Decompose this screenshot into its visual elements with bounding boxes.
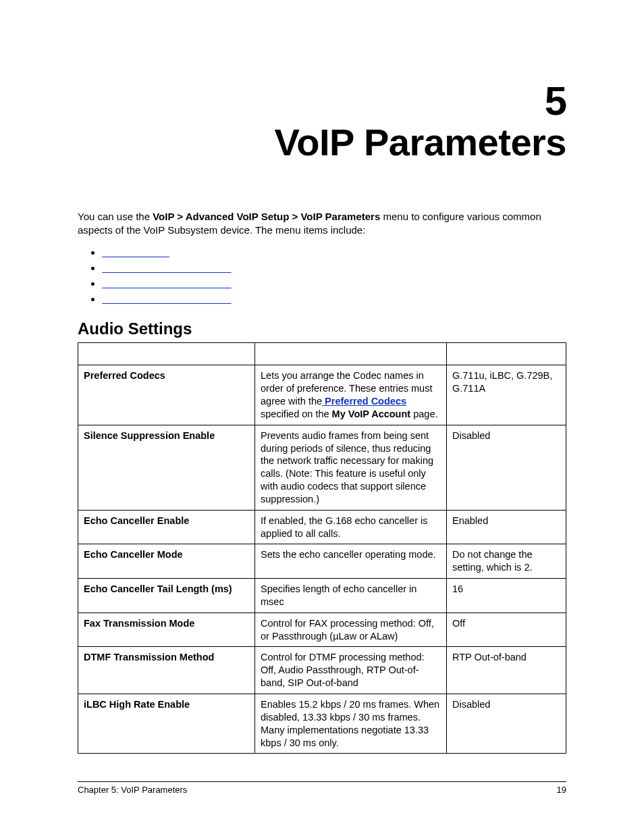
param-name: Preferred Codecs	[78, 365, 255, 425]
param-name: iLBC High Rate Enable	[78, 694, 255, 754]
param-description: Control for DTMF processing method: Off,…	[255, 647, 447, 694]
table-row: iLBC High Rate Enable Enables 15.2 kbps …	[78, 694, 566, 754]
table-row: Echo Canceller Mode Sets the echo cancel…	[78, 544, 566, 579]
intro-text-pre: You can use the	[78, 211, 153, 222]
param-default: Do not change the setting, which is 2.	[447, 544, 566, 579]
toc-link-1[interactable]	[102, 246, 169, 258]
table-header-cell	[447, 343, 566, 365]
table-row: Echo Canceller Tail Length (ms) Specifie…	[78, 579, 566, 613]
toc-item	[102, 246, 566, 258]
page-footer: Chapter 5: VoIP Parameters 19	[78, 781, 566, 795]
param-description: Sets the echo canceller operating mode.	[255, 544, 447, 579]
desc-text: specified on the	[261, 409, 332, 419]
table-header-cell	[255, 343, 447, 365]
param-description: Prevents audio frames from being sent du…	[255, 425, 447, 510]
toc-link-2[interactable]	[102, 262, 232, 273]
chapter-title: VoIP Parameters	[78, 123, 566, 163]
param-description: Enables 15.2 kbps / 20 ms frames. When d…	[255, 694, 447, 754]
param-default: G.711u, iLBC, G.729B, G.711A	[447, 365, 566, 425]
param-default: Disabled	[447, 694, 566, 754]
toc-list	[102, 246, 566, 305]
preferred-codecs-link[interactable]: Preferred Codecs	[322, 396, 406, 407]
param-name: Silence Suppression Enable	[78, 425, 255, 510]
table-row: DTMF Transmission Method Control for DTM…	[78, 647, 566, 694]
table-row: Echo Canceller Enable If enabled, the G.…	[78, 510, 566, 544]
param-description: If enabled, the G.168 echo canceller is …	[255, 510, 447, 544]
desc-text: page.	[410, 409, 437, 419]
intro-paragraph: You can use the VoIP > Advanced VoIP Set…	[78, 210, 566, 238]
toc-item	[102, 293, 566, 305]
param-default: Off	[447, 613, 566, 647]
chapter-number: 5	[78, 81, 566, 122]
param-default: RTP Out-of-band	[447, 647, 566, 694]
desc-bold: My VoIP Account	[332, 409, 411, 419]
section-heading: Audio Settings	[78, 319, 566, 338]
footer-page-number: 19	[557, 785, 566, 795]
footer-left: Chapter 5: VoIP Parameters	[78, 785, 187, 795]
param-description: Lets you arrange the Codec names in orde…	[255, 365, 447, 425]
table-row: Fax Transmission Mode Control for FAX pr…	[78, 613, 566, 647]
table-header-row	[78, 343, 566, 365]
param-default: Enabled	[447, 510, 566, 544]
param-name: DTMF Transmission Method	[78, 647, 255, 694]
param-description: Specifies length of echo canceller in ms…	[255, 579, 447, 613]
param-name: Fax Transmission Mode	[78, 613, 255, 647]
param-default: Disabled	[447, 425, 566, 510]
parameters-table: Preferred Codecs Lets you arrange the Co…	[78, 342, 566, 754]
toc-link-3[interactable]	[102, 278, 232, 289]
param-name: Echo Canceller Enable	[78, 510, 255, 544]
toc-link-4[interactable]	[102, 293, 232, 305]
toc-item	[102, 278, 566, 289]
intro-menu-path: VoIP > Advanced VoIP Setup > VoIP Parame…	[153, 211, 380, 222]
table-row: Silence Suppression Enable Prevents audi…	[78, 425, 566, 510]
table-row: Preferred Codecs Lets you arrange the Co…	[78, 365, 566, 425]
toc-item	[102, 262, 566, 273]
param-description: Control for FAX processing method: Off, …	[255, 613, 447, 647]
param-name: Echo Canceller Mode	[78, 544, 255, 579]
document-page: 5 VoIP Parameters You can use the VoIP >…	[0, 0, 644, 834]
param-name: Echo Canceller Tail Length (ms)	[78, 579, 255, 613]
param-default: 16	[447, 579, 566, 613]
table-header-cell	[78, 343, 255, 365]
